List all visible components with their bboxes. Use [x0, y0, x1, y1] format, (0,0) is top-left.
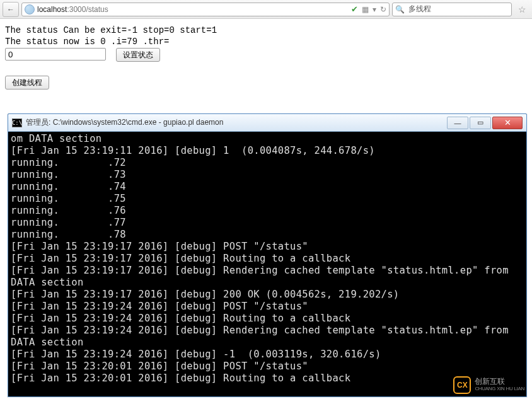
address-bar[interactable]: localhost:3000/status ✔ ▦ ▾ ↻: [21, 3, 390, 16]
qr-icon[interactable]: ▦: [362, 5, 369, 14]
browser-toolbar: ← localhost:3000/status ✔ ▦ ▾ ↻ 🔍 ☆: [0, 0, 532, 19]
close-button[interactable]: ✕: [492, 117, 523, 129]
status-now-line: The status now is 0 .i=79 .thr=: [5, 37, 527, 47]
page-content: The status Can be exit=-1 stop=0 start=1…: [0, 19, 532, 97]
console-title: 管理员: C:\windows\system32\cmd.exe - gupia…: [26, 117, 223, 128]
watermark: CX 创新互联 CHUANG XIN HU LIAN: [453, 376, 524, 394]
console-window: C:\ 管理员: C:\windows\system32\cmd.exe - g…: [8, 113, 527, 397]
watermark-badge-icon: CX: [453, 376, 471, 394]
back-button[interactable]: ←: [3, 2, 19, 17]
set-status-button[interactable]: 设置状态: [116, 48, 160, 62]
console-titlebar[interactable]: C:\ 管理员: C:\windows\system32\cmd.exe - g…: [8, 114, 526, 132]
back-arrow-icon: ←: [7, 5, 14, 14]
watermark-text-pinyin: CHUANG XIN HU LIAN: [475, 385, 524, 393]
url-host: localhost: [37, 5, 67, 14]
globe-icon: [25, 4, 35, 14]
maximize-button[interactable]: ▭: [470, 117, 491, 129]
status-input[interactable]: [5, 48, 106, 61]
watermark-text-cn: 创新互联: [475, 378, 524, 385]
console-output[interactable]: om DATA section [Fri Jan 15 23:19:11 201…: [8, 132, 526, 386]
history-dropdown-icon[interactable]: ▾: [373, 5, 376, 14]
url-path: :3000/status: [67, 5, 108, 14]
reload-icon[interactable]: ↻: [380, 5, 386, 14]
shield-ok-icon: ✔: [351, 4, 358, 14]
status-help-line: The status Can be exit=-1 stop=0 start=1: [5, 25, 527, 35]
minimize-button[interactable]: —: [447, 117, 468, 129]
cmd-icon: C:\: [12, 119, 22, 127]
search-input[interactable]: [407, 4, 509, 14]
bookmark-star-button[interactable]: ☆: [514, 4, 529, 14]
url-text: localhost:3000/status: [37, 5, 108, 14]
search-box[interactable]: 🔍: [392, 3, 512, 16]
search-icon: 🔍: [395, 5, 405, 14]
create-thread-button[interactable]: 创建线程: [5, 76, 49, 90]
